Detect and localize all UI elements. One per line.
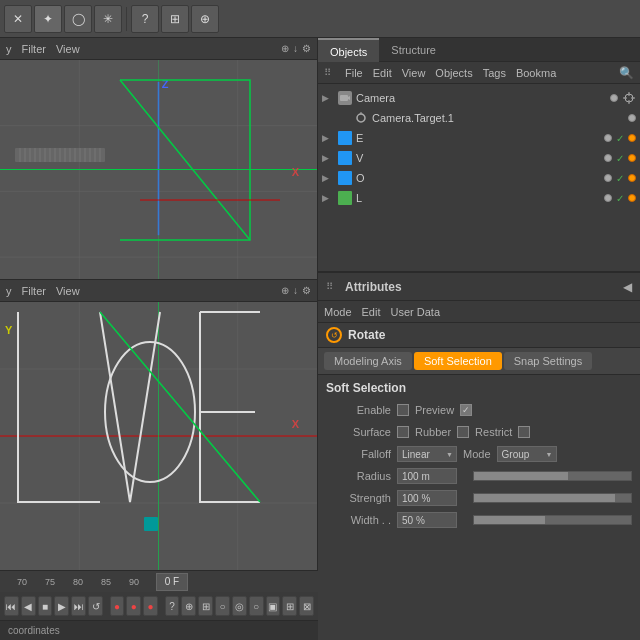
- obj-icon-e: [338, 131, 352, 145]
- vp-top-menu-view[interactable]: View: [56, 43, 80, 55]
- pb-btn-grid3[interactable]: ⊞: [282, 596, 297, 616]
- tool-btn-help[interactable]: ?: [131, 5, 159, 33]
- tool-btn-globe[interactable]: ⊕: [191, 5, 219, 33]
- pb-btn-rec3[interactable]: ●: [143, 596, 158, 616]
- pb-btn-circle1[interactable]: ○: [215, 596, 230, 616]
- vp-top-icon-down[interactable]: ↓: [293, 43, 298, 54]
- attr-tab-modeling-axis[interactable]: Modeling Axis: [324, 352, 412, 370]
- vp-bot-menu-filter[interactable]: Filter: [22, 285, 46, 297]
- obj-row-l[interactable]: ▶ L ✓: [318, 188, 640, 208]
- obj-name-l: L: [356, 192, 600, 204]
- obj-name-o: O: [356, 172, 600, 184]
- soft-selection-section: Soft Selection: [318, 375, 640, 399]
- timeline-bar: 70 75 80 85 90 0 F: [0, 570, 318, 592]
- attr-slider-fill-radius: [474, 472, 568, 480]
- attr-row-enable: Enable Preview ✓: [318, 399, 640, 421]
- attr-checkbox-enable[interactable]: [397, 404, 409, 416]
- obj-orange-o: [628, 174, 636, 182]
- pb-btn-forward[interactable]: ⏭: [71, 596, 86, 616]
- pb-btn-stop[interactable]: ■: [38, 596, 53, 616]
- frame-indicator[interactable]: 0 F: [156, 573, 188, 591]
- pb-btn-q[interactable]: ?: [165, 596, 180, 616]
- svg-rect-45: [144, 517, 158, 531]
- pb-btn-rewind[interactable]: ⏮: [4, 596, 19, 616]
- pb-btn-x[interactable]: ⊠: [299, 596, 314, 616]
- tool-btn-star[interactable]: ✦: [34, 5, 62, 33]
- attr-slider-width[interactable]: [473, 515, 632, 525]
- pb-btn-plus[interactable]: ⊕: [181, 596, 196, 616]
- attr-menu-mode[interactable]: Mode: [324, 306, 352, 318]
- vp-bot-icon-down[interactable]: ↓: [293, 285, 298, 296]
- obj-expand-e[interactable]: ▶: [322, 133, 334, 143]
- attr-slider-radius[interactable]: [473, 471, 632, 481]
- attr-label-surface: Surface: [326, 426, 391, 438]
- obj-menu-bookma[interactable]: Bookma: [516, 67, 556, 79]
- obj-expand-v[interactable]: ▶: [322, 153, 334, 163]
- separator-1: [126, 7, 127, 31]
- obj-menu-tags[interactable]: Tags: [483, 67, 506, 79]
- obj-dot-e: [604, 134, 612, 142]
- attr-checkbox-restrict[interactable]: [518, 426, 530, 438]
- tool-btn-cross[interactable]: ✕: [4, 5, 32, 33]
- tab-structure[interactable]: Structure: [379, 38, 448, 62]
- svg-text:Y: Y: [5, 324, 13, 336]
- attr-arrow-icon[interactable]: ◀: [623, 280, 632, 294]
- obj-crosshair-camera[interactable]: [622, 91, 636, 105]
- attr-menu-userdata[interactable]: User Data: [391, 306, 441, 318]
- obj-row-v[interactable]: ▶ V ✓: [318, 148, 640, 168]
- vp-bot-menu-view[interactable]: View: [56, 285, 80, 297]
- attr-slider-strength[interactable]: [473, 493, 632, 503]
- pb-btn-grid2[interactable]: ⊞: [198, 596, 213, 616]
- attr-menu-edit[interactable]: Edit: [362, 306, 381, 318]
- vp-top-menu-filter[interactable]: Filter: [22, 43, 46, 55]
- tool-btn-asterisk[interactable]: ✳: [94, 5, 122, 33]
- obj-menu-file[interactable]: File: [345, 67, 363, 79]
- attr-checkbox-preview[interactable]: ✓: [460, 404, 472, 416]
- obj-expand-camera[interactable]: ▶: [322, 93, 334, 103]
- pb-btn-loop[interactable]: ↺: [88, 596, 103, 616]
- vp-bot-icon-settings[interactable]: ⚙: [302, 285, 311, 296]
- pb-btn-circle2[interactable]: ○: [249, 596, 264, 616]
- pb-btn-rec2[interactable]: ●: [126, 596, 141, 616]
- attr-tab-soft-selection[interactable]: Soft Selection: [414, 352, 502, 370]
- obj-menu-objects[interactable]: Objects: [435, 67, 472, 79]
- vp-bot-menu-y[interactable]: y: [6, 285, 12, 297]
- obj-menu-edit[interactable]: Edit: [373, 67, 392, 79]
- obj-row-e[interactable]: ▶ E ✓: [318, 128, 640, 148]
- attr-label-radius: Radius: [326, 470, 391, 482]
- obj-row-camera[interactable]: ▶ Camera: [318, 88, 640, 108]
- tl-num-90: 90: [120, 577, 148, 587]
- vp-bot-icon-move[interactable]: ⊕: [281, 285, 289, 296]
- obj-menu-view[interactable]: View: [402, 67, 426, 79]
- attr-header: ⠿ Attributes ◀: [318, 273, 640, 301]
- pb-btn-prev[interactable]: ◀: [21, 596, 36, 616]
- tab-objects[interactable]: Objects: [318, 38, 379, 62]
- vp-top-menu-y[interactable]: y: [6, 43, 12, 55]
- attr-checkbox-surface[interactable]: [397, 426, 409, 438]
- tool-btn-circle[interactable]: ◯: [64, 5, 92, 33]
- attr-value-strength[interactable]: 100 %: [397, 490, 457, 506]
- vp-top-icon-move[interactable]: ⊕: [281, 43, 289, 54]
- attr-value-width[interactable]: 50 %: [397, 512, 457, 528]
- pb-btn-rec1[interactable]: ●: [110, 596, 125, 616]
- pb-btn-play[interactable]: ▶: [54, 596, 69, 616]
- search-icon[interactable]: 🔍: [619, 66, 634, 80]
- obj-dot-o: [604, 174, 612, 182]
- vp-top-icon-settings[interactable]: ⚙: [302, 43, 311, 54]
- attr-label-enable: Enable: [326, 404, 391, 416]
- obj-controls-camera: [610, 91, 636, 105]
- attr-value-radius[interactable]: 100 m: [397, 468, 457, 484]
- obj-check-e: ✓: [616, 133, 624, 144]
- attr-dropdown-falloff[interactable]: Linear: [397, 446, 457, 462]
- obj-name-camera-target: Camera.Target.1: [372, 112, 624, 124]
- obj-row-o[interactable]: ▶ O ✓: [318, 168, 640, 188]
- pb-btn-target[interactable]: ◎: [232, 596, 247, 616]
- tool-btn-grid[interactable]: ⊞: [161, 5, 189, 33]
- attr-checkbox-rubber[interactable]: [457, 426, 469, 438]
- pb-btn-rec4[interactable]: ▣: [266, 596, 281, 616]
- obj-expand-l[interactable]: ▶: [322, 193, 334, 203]
- obj-row-camera-target[interactable]: Camera.Target.1: [334, 108, 640, 128]
- attr-dropdown-mode[interactable]: Group: [497, 446, 557, 462]
- attr-tab-snap-settings[interactable]: Snap Settings: [504, 352, 593, 370]
- obj-expand-o[interactable]: ▶: [322, 173, 334, 183]
